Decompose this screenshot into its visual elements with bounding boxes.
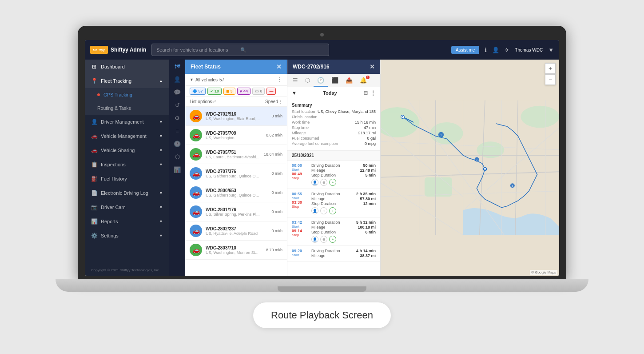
copyright: Copyright © 2021 Shiftyy Technologies, I… xyxy=(85,265,169,276)
sidebar-item-settings[interactable]: ⚙️ Settings ▼ xyxy=(85,229,169,243)
vehicle-location: US, Laurel, Baltimore-Washi... xyxy=(206,155,260,159)
tab-share[interactable]: 📤 xyxy=(342,74,356,87)
tab-history[interactable]: 🕐 xyxy=(314,74,328,87)
sidebar-item-label: Dashboard xyxy=(101,64,125,69)
strip-user-icon[interactable]: 👤 xyxy=(174,76,181,83)
summary-row-avg-fuel: Average fuel consumption 0 mpg xyxy=(292,141,376,146)
summary-title: Summary xyxy=(292,103,376,108)
tl-content-1: Driving Duration 50 min Mileage 12.48 mi… xyxy=(311,163,376,186)
search-bar[interactable]: Search for vehicles and locations 🔍 xyxy=(151,44,329,56)
strip-share-icon[interactable]: ⬡ xyxy=(175,153,180,160)
badge-online[interactable]: ✓ 10 xyxy=(207,88,222,95)
sidebar-item-driver-cam[interactable]: 📷 Driver Cam ▼ xyxy=(85,200,169,214)
sidebar-item-reports[interactable]: 📊 Reports ▼ xyxy=(85,214,169,229)
fuel-value: 0 gal xyxy=(367,136,376,141)
sidebar-item-driver-management[interactable]: 👤 Driver Management ▼ xyxy=(85,115,169,129)
fleet-filter-row[interactable]: ▼ All vehicles 57 ⋮ xyxy=(185,74,287,86)
vehicle-item[interactable]: 🚗 WDC-2707/376 US, Gaithersburg, Quince … xyxy=(185,164,287,183)
vehicle-avatar: 🚗 xyxy=(190,205,202,218)
edl-arrow: ▼ xyxy=(159,191,163,195)
map-area[interactable]: A B 4 2 3 + − xyxy=(381,60,559,276)
user-icon[interactable]: 👤 xyxy=(492,47,499,53)
tab-graph[interactable]: ⬡ xyxy=(302,74,314,87)
fleet-panel-close[interactable]: ✕ xyxy=(276,63,282,70)
filter-options-icon[interactable]: ⋮ xyxy=(277,76,282,83)
zoom-out-button[interactable]: − xyxy=(545,74,556,85)
vehicle-item[interactable]: 🚗 WDC-2803/710 US, Washington, Monroe St… xyxy=(185,241,287,260)
sidebar-item-fleet-tracking[interactable]: 📍 Fleet Tracking ▲ xyxy=(85,74,169,88)
nav-icon[interactable]: ✈ xyxy=(505,47,509,53)
dropdown-arrow[interactable]: ▼ xyxy=(548,47,554,53)
user-name[interactable]: Thomas WDC xyxy=(515,48,543,52)
badge-alert[interactable]: — xyxy=(266,88,276,95)
tl-value: 2 h 35 min xyxy=(356,192,376,196)
brand-text: Shiftyy xyxy=(93,48,105,52)
tab-info[interactable]: ☰ xyxy=(289,74,302,87)
strip-refresh-icon[interactable]: ↺ xyxy=(175,102,180,109)
list-options-icon[interactable]: ⇌ xyxy=(212,99,216,104)
vehicle-item[interactable]: 🚗 WDC-2800/653 US, Gaithersburg, Quince … xyxy=(185,183,287,202)
fuel-icon: ⛽ xyxy=(91,176,97,182)
sidebar-item-label: Vehicle Sharing xyxy=(101,148,135,153)
sync-icon[interactable]: ⊟ xyxy=(363,90,368,96)
tl-btn-2[interactable]: ⊕ xyxy=(320,236,327,243)
vehicle-item[interactable]: 🚗 WDC-2801/176 US, Silver Spring, Perkin… xyxy=(185,202,287,221)
info-icon[interactable]: ℹ xyxy=(485,47,487,53)
tl-stop-label: Stop xyxy=(292,233,309,237)
work-time-label: Work time xyxy=(292,120,310,125)
sidebar-item-vehicle-sharing[interactable]: 🚗 Vehicle Sharing ▼ xyxy=(85,143,169,157)
badge-none[interactable]: ▭ 0 xyxy=(252,88,265,95)
sidebar-item-gps-tracking[interactable]: GPS Tracking xyxy=(85,88,169,101)
tl-btn-2[interactable]: ⊕ xyxy=(320,179,327,186)
strip-bar-icon[interactable]: 📊 xyxy=(174,166,181,173)
badge-all[interactable]: 🔷 57 xyxy=(190,88,206,95)
sidebar-item-dashboard[interactable]: ⊞ Dashboard xyxy=(85,60,169,74)
tl-btn-3[interactable]: + xyxy=(329,179,336,186)
summary-row-finish: Finish location xyxy=(292,115,376,119)
tl-start-time: 09:20 xyxy=(292,249,309,253)
more-icon[interactable]: ⋮ xyxy=(370,90,376,96)
tl-btn-3[interactable]: + xyxy=(329,207,336,214)
vehicle-item[interactable]: 🚗 WDC-2705/709 US, Washington 0.62 mi/h xyxy=(185,126,287,145)
assist-button[interactable]: Assist me xyxy=(451,46,479,54)
strip-route-icon[interactable]: ⚙ xyxy=(175,115,180,121)
tab-alert[interactable]: 🔔 1 xyxy=(356,74,370,87)
dashboard-icon: ⊞ xyxy=(91,64,97,70)
camera xyxy=(320,33,324,36)
tl-mileage-value: 57.80 mi xyxy=(360,197,376,201)
vehicle-item[interactable]: 🚗 WDC-2802/237 US, Hyattsville, Adelphi … xyxy=(185,221,287,241)
sidebar-item-routing[interactable]: Routing & Tasks xyxy=(85,101,169,115)
strip-map-icon[interactable]: 🗺 xyxy=(175,63,180,70)
vehicle-item[interactable]: 🚗 WDC-2702/916 US, Washington, Blair Roa… xyxy=(185,107,287,126)
today-row: ▼ Today ⊟ ⋮ xyxy=(287,87,380,99)
tl-time-1: 00:00 Start 00:49 Stop xyxy=(292,163,309,186)
tl-btn-2[interactable]: ⊕ xyxy=(320,207,327,214)
vehicle-item[interactable]: 🚗 WDC-2705/751 US, Laurel, Baltimore-Was… xyxy=(185,145,287,164)
vehicle-location: US, Washington, Blair Road,... xyxy=(206,117,268,121)
tl-btn-1[interactable]: 👤 xyxy=(311,207,318,214)
badge-parked[interactable]: P 44 xyxy=(237,88,250,95)
tl-stop-time: 09:14 xyxy=(292,229,309,233)
tl-btn-1[interactable]: 👤 xyxy=(311,179,318,186)
screen-bezel: Shiftyy Shiftyy Admin Search for vehicle… xyxy=(78,26,566,279)
sidebar-item-vehicle-management[interactable]: 🚗 Vehicle Management ▼ xyxy=(85,129,169,143)
detail-panel-close[interactable]: ✕ xyxy=(370,63,375,70)
tab-copy[interactable]: ⬛ xyxy=(328,74,342,87)
strip-history-icon[interactable]: 🕐 xyxy=(174,141,181,147)
svg-point-2 xyxy=(430,122,463,144)
sidebar-item-fuel[interactable]: ⛽ Fuel History xyxy=(85,172,169,186)
vehicle-id: WDC-2803/710 xyxy=(206,245,262,250)
timeline-item: 09:20 Start Driving Duration 4 h 14 min xyxy=(287,246,380,261)
strip-layers-icon[interactable]: ≡ xyxy=(175,128,179,134)
tl-time-3: 03:42 Start 09:14 Stop xyxy=(292,220,309,243)
map-attribution: © Google Maps xyxy=(530,270,557,275)
tl-btn-3[interactable]: + xyxy=(329,236,336,243)
sidebar-item-edl[interactable]: 📄 Electronic Driving Log ▼ xyxy=(85,186,169,200)
avg-fuel-value: 0 mpg xyxy=(365,141,376,146)
strip-chat-icon[interactable]: 💬 xyxy=(174,89,181,96)
tl-btn-1[interactable]: 👤 xyxy=(311,236,318,243)
zoom-in-button[interactable]: + xyxy=(545,63,556,74)
sidebar-item-inspections[interactable]: 📋 Inspections ▼ xyxy=(85,157,169,172)
speed-options-icon[interactable]: ⋮ xyxy=(278,99,282,104)
badge-idle[interactable]: ◼ 3 xyxy=(223,88,235,95)
